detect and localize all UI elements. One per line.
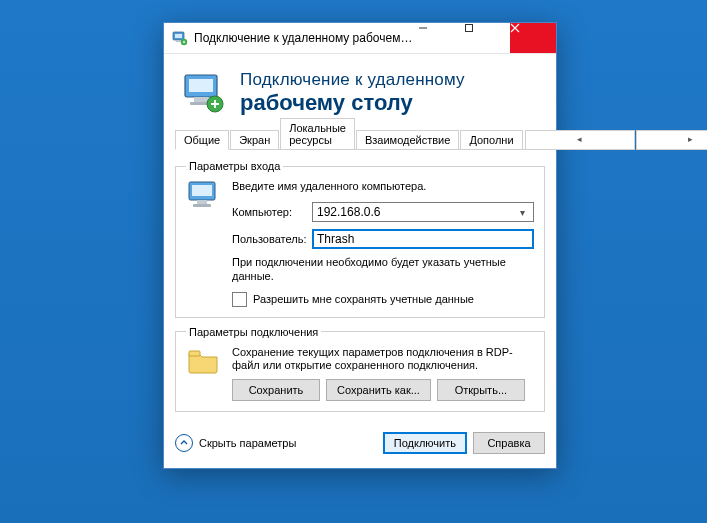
credentials-note: При подключении необходимо будет указать… <box>232 256 534 284</box>
svg-rect-2 <box>176 40 181 42</box>
tab-scroll-buttons: ◂ ▸ <box>524 130 707 150</box>
save-credentials-checkbox[interactable] <box>232 292 247 307</box>
save-button[interactable]: Сохранить <box>232 379 320 401</box>
connect-button[interactable]: Подключить <box>383 432 467 454</box>
connection-settings-description: Сохранение текущих параметров подключени… <box>232 346 534 374</box>
computer-icon <box>186 180 222 214</box>
rdp-logo-icon <box>182 71 226 115</box>
tab-strip: Общие Экран Локальные ресурсы Взаимодейс… <box>175 128 545 150</box>
save-credentials-label: Разрешить мне сохранять учетные данные <box>253 293 474 305</box>
logon-settings-legend: Параметры входа <box>186 160 283 172</box>
username-label: Пользователь: <box>232 233 312 245</box>
desktop-background: Подключение к удаленному рабочему с... <box>0 0 707 523</box>
title-line-2: рабочему столу <box>240 90 465 116</box>
rdp-dialog-window: Подключение к удаленному рабочему с... <box>163 22 557 469</box>
svg-rect-15 <box>197 200 207 204</box>
connection-settings-group: Параметры подключения Сохранение текущих… <box>175 326 545 413</box>
connection-settings-legend: Параметры подключения <box>186 326 321 338</box>
svg-rect-5 <box>466 25 473 32</box>
svg-rect-9 <box>189 79 213 92</box>
help-button[interactable]: Справка <box>473 432 545 454</box>
hide-options-link[interactable]: Скрыть параметры <box>175 434 296 452</box>
tab-display[interactable]: Экран <box>230 130 279 150</box>
minimize-button[interactable] <box>418 23 464 53</box>
maximize-button[interactable] <box>464 23 510 53</box>
dialog-header: Подключение к удаленному рабочему столу <box>164 54 556 128</box>
tab-general[interactable]: Общие <box>175 130 229 150</box>
computer-combobox[interactable]: 192.168.0.6 ▾ <box>312 202 534 222</box>
logon-settings-group: Параметры входа Введите имя удаленного к… <box>175 160 545 318</box>
svg-rect-16 <box>193 204 211 207</box>
dialog-footer: Скрыть параметры Подключить Справка <box>164 420 556 468</box>
svg-rect-14 <box>192 185 212 196</box>
tab-scroll-right[interactable]: ▸ <box>636 130 707 150</box>
close-button[interactable] <box>510 23 556 53</box>
username-input[interactable] <box>312 229 534 249</box>
computer-label: Компьютер: <box>232 206 312 218</box>
svg-rect-10 <box>194 97 208 102</box>
window-title: Подключение к удаленному рабочему с... <box>194 31 418 45</box>
open-button[interactable]: Открыть... <box>437 379 525 401</box>
app-icon <box>172 30 188 46</box>
svg-rect-17 <box>189 351 200 356</box>
dialog-body: Параметры входа Введите имя удаленного к… <box>164 150 556 412</box>
tab-advanced[interactable]: Дополни <box>460 130 522 150</box>
save-as-button[interactable]: Сохранить как... <box>326 379 431 401</box>
tab-scroll-left[interactable]: ◂ <box>525 130 635 150</box>
titlebar: Подключение к удаленному рабочему с... <box>164 23 556 54</box>
tab-local-resources[interactable]: Локальные ресурсы <box>280 118 355 150</box>
title-line-1: Подключение к удаленному <box>240 70 465 90</box>
computer-value: 192.168.0.6 <box>317 205 516 219</box>
chevron-down-icon: ▾ <box>516 207 529 218</box>
logon-intro-text: Введите имя удаленного компьютера. <box>232 180 534 192</box>
hide-options-label: Скрыть параметры <box>199 437 296 449</box>
svg-rect-1 <box>175 34 182 38</box>
chevron-up-icon <box>175 434 193 452</box>
tab-experience[interactable]: Взаимодействие <box>356 130 459 150</box>
dialog-title: Подключение к удаленному рабочему столу <box>240 70 465 116</box>
folder-icon <box>186 346 222 376</box>
